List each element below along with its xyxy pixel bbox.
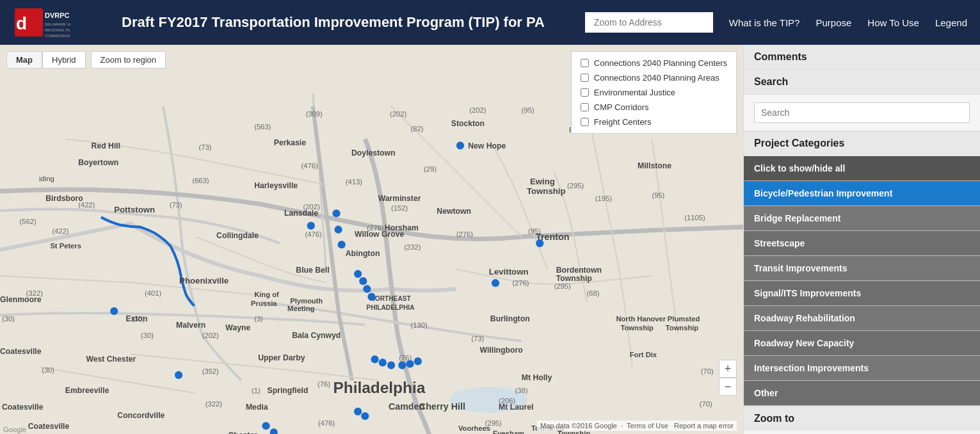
svg-text:Lansdale: Lansdale (284, 209, 318, 218)
layer-areas-checkbox[interactable] (581, 74, 589, 82)
terms-of-use-link[interactable]: Terms of Use (627, 422, 668, 430)
search-header: Search (744, 70, 980, 95)
layer-controls: Connections 2040 Planning Centers Connec… (571, 51, 737, 134)
svg-text:New Hope: New Hope (468, 141, 506, 150)
nav-how-to-use[interactable]: How To Use (867, 17, 919, 28)
dvrpc-logo: d DVRPC DELAWARE VALLEY REGIONAL PLANNIN… (13, 6, 70, 38)
nav-legend[interactable]: Legend (935, 17, 967, 28)
layer-cmp: CMP Corridors (581, 102, 727, 112)
nav-purpose[interactable]: Purpose (815, 17, 851, 28)
main-container: Map Hybrid Zoom to region Connections 20… (0, 45, 980, 434)
app-header: d DVRPC DELAWARE VALLEY REGIONAL PLANNIN… (0, 0, 980, 45)
layer-freight-label: Freight Centers (594, 117, 652, 127)
show-hide-all-button[interactable]: Click to show/hide all (744, 156, 980, 181)
map-tab-map[interactable]: Map (6, 51, 42, 68)
svg-text:(152): (152) (391, 204, 408, 212)
svg-text:(38): (38) (515, 387, 528, 394)
category-roadway-rehab[interactable]: Roadway Rehabilitation (744, 306, 980, 331)
attribution-text: Map data ©2016 Google (540, 422, 617, 430)
layer-env-checkbox[interactable] (581, 88, 589, 97)
layer-freight: Freight Centers (581, 117, 727, 127)
map-zoom-controls: + − (719, 360, 737, 396)
map-attribution: Map data ©2016 Google · Terms of Use Rep… (537, 421, 737, 431)
svg-point-141 (387, 361, 395, 369)
svg-text:North Hanover: North Hanover (616, 315, 666, 323)
svg-text:Wayne: Wayne (225, 323, 250, 332)
category-streetscape[interactable]: Streetscape (744, 231, 980, 256)
svg-text:Concordville: Concordville (117, 411, 165, 420)
search-input[interactable] (754, 102, 970, 123)
svg-text:Phoenixville: Phoenixville (179, 276, 229, 285)
category-signal-its[interactable]: Signal/ITS Improvements (744, 281, 980, 306)
svg-text:(68): (68) (587, 289, 600, 297)
svg-point-147 (175, 371, 182, 379)
svg-point-139 (371, 355, 378, 363)
app-title: Draft FY2017 Transportation Improvement … (122, 14, 572, 31)
svg-text:(3): (3) (254, 315, 263, 323)
svg-text:Newtown: Newtown (437, 207, 471, 216)
zoom-region-button[interactable]: Zoom to region (91, 51, 166, 68)
svg-text:Township: Township (527, 186, 566, 196)
svg-text:Millstone: Millstone (638, 161, 671, 170)
layer-env-label: Environmental Justice (594, 88, 675, 97)
header-right: What is the TIP? Purpose How To Use Lege… (585, 12, 967, 33)
svg-text:Blue Bell: Blue Bell (296, 266, 329, 275)
svg-text:(401): (401) (145, 289, 161, 297)
category-bridge-replacement[interactable]: Bridge Replacement (744, 206, 980, 231)
map-controls: Map Hybrid Zoom to region (6, 51, 166, 68)
svg-text:Township: Township (666, 324, 699, 332)
svg-text:Coatesville: Coatesville (0, 347, 42, 356)
svg-text:(29): (29) (424, 165, 437, 173)
layer-freight-checkbox[interactable] (581, 118, 589, 126)
svg-text:(76): (76) (317, 380, 330, 388)
category-bicycle-pedestrian[interactable]: Bicycle/Pedestrian Improvement (744, 181, 980, 206)
svg-text:Evesham: Evesham (493, 430, 524, 434)
svg-text:Upper Darby: Upper Darby (258, 353, 305, 362)
svg-point-146 (536, 239, 543, 247)
layer-areas-label: Connections 2040 Planning Areas (594, 73, 719, 83)
svg-text:(232): (232) (404, 243, 421, 251)
svg-text:(73): (73) (170, 201, 182, 209)
nav-what-is-tip[interactable]: What is the TIP? (729, 17, 800, 28)
svg-point-137 (363, 285, 371, 293)
layer-cmp-checkbox[interactable] (581, 103, 589, 111)
svg-point-142 (398, 361, 406, 369)
svg-text:Birdsboro: Birdsboro (45, 194, 83, 203)
svg-point-138 (367, 293, 375, 301)
svg-text:(195): (195) (595, 195, 612, 202)
layer-centers-checkbox[interactable] (581, 59, 589, 67)
svg-text:d: d (16, 13, 27, 33)
category-intersection[interactable]: Intersection Improvements (744, 356, 980, 381)
layer-env-justice: Environmental Justice (581, 88, 727, 97)
svg-text:Boyertown: Boyertown (78, 158, 118, 167)
svg-text:(352): (352) (202, 367, 219, 375)
layer-centers-label: Connections 2040 Planning Centers (594, 58, 727, 68)
svg-text:(95): (95) (652, 191, 664, 199)
svg-text:(73): (73) (199, 143, 212, 151)
svg-text:(563): (563) (254, 123, 271, 131)
report-map-error-link[interactable]: Report a map error (674, 422, 734, 430)
svg-text:Harleysville: Harleysville (254, 181, 298, 190)
svg-text:(95): (95) (522, 106, 534, 114)
svg-text:Fort Dix: Fort Dix (630, 351, 657, 358)
map-area[interactable]: Map Hybrid Zoom to region Connections 20… (0, 45, 743, 434)
svg-text:Google: Google (3, 426, 26, 433)
zoom-address-input[interactable] (585, 12, 713, 33)
map-tab-hybrid[interactable]: Hybrid (42, 51, 86, 68)
svg-text:Willingboro: Willingboro (480, 346, 523, 355)
svg-text:Springfield: Springfield (268, 386, 309, 395)
svg-text:Willow Grove: Willow Grove (355, 230, 404, 239)
category-roadway-new-capacity[interactable]: Roadway New Capacity (744, 331, 980, 356)
svg-text:(295): (295) (554, 282, 571, 290)
svg-text:Embreeville: Embreeville (65, 386, 109, 395)
svg-text:Philadelphia: Philadelphia (333, 379, 425, 396)
category-other[interactable]: Other (744, 381, 980, 406)
svg-text:West Chester: West Chester (86, 355, 136, 364)
zoom-out-button[interactable]: − (719, 378, 737, 396)
zoom-in-button[interactable]: + (719, 360, 737, 378)
svg-text:(30): (30) (42, 366, 54, 374)
svg-text:Bordentown: Bordentown (556, 266, 602, 275)
svg-text:(202): (202) (202, 332, 219, 339)
category-transit-improvements[interactable]: Transit Improvements (744, 256, 980, 281)
svg-text:COMMISSION: COMMISSION (45, 34, 70, 38)
